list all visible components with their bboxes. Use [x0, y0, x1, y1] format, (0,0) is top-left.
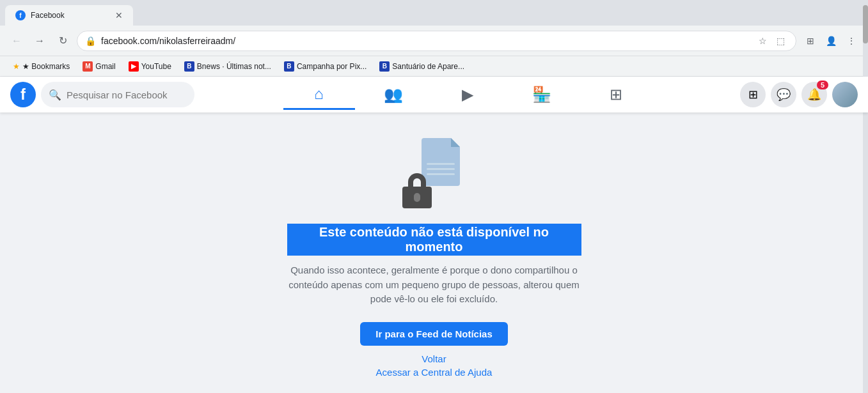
marketplace-icon: 🏪 — [532, 86, 551, 104]
santuario-label: Santuário de Apare... — [392, 62, 464, 71]
address-icons: ☆ ⬚ — [755, 33, 788, 49]
error-illustration — [402, 138, 466, 208]
gmail-label: Gmail — [95, 62, 115, 71]
home-icon: ⌂ — [314, 85, 324, 103]
user-avatar[interactable] — [832, 82, 858, 107]
nav-friends[interactable]: 👥 — [358, 79, 429, 110]
notifications-button[interactable]: 🔔 5 — [801, 82, 827, 107]
avatar-image — [832, 82, 858, 107]
extensions-button[interactable]: ⊞ — [801, 32, 819, 50]
feed-button[interactable]: Ir para o Feed de Notícias — [360, 322, 508, 346]
notification-count: 5 — [817, 81, 828, 89]
browser-chrome: f Facebook ✕ ← → ↻ 🔒 facebook.com/nikola… — [0, 0, 868, 77]
forward-button[interactable]: → — [31, 32, 49, 50]
facebook-header: f 🔍 ⌂ 👥 ▶ 🏪 ⊞ ⊞ 💬 🔔 5 — [0, 77, 868, 112]
nav-bar: ← → ↻ 🔒 facebook.com/nikolasferreiraadm/… — [0, 26, 868, 56]
nav-marketplace[interactable]: 🏪 — [506, 79, 578, 110]
facebook-logo[interactable]: f — [10, 82, 36, 107]
tab-favicon: f — [15, 10, 26, 20]
campanha-favicon: B — [284, 61, 294, 72]
bnews-favicon: B — [184, 61, 194, 72]
padlock-keyhole — [414, 193, 420, 202]
search-bar[interactable]: 🔍 — [41, 82, 194, 107]
bookmark-campanha[interactable]: B Campanha por Pix... — [279, 60, 372, 73]
doc-line-2 — [427, 168, 455, 170]
padlock-body — [402, 187, 432, 208]
search-input[interactable] — [67, 89, 169, 100]
browser-actions: ⊞ 👤 ⋮ — [801, 32, 860, 50]
search-icon: 🔍 — [49, 89, 61, 101]
profile-button[interactable]: 👤 — [822, 32, 840, 50]
apps-button[interactable]: ⊞ — [740, 82, 766, 107]
bookmarks-label[interactable]: ★ ★ Bookmarks — [8, 61, 75, 72]
active-tab[interactable]: f Facebook ✕ — [5, 5, 133, 26]
lock-icon: 🔒 — [85, 36, 96, 46]
bookmark-youtube[interactable]: ▶ YouTube — [123, 60, 177, 73]
reload-button[interactable]: ↻ — [54, 32, 72, 50]
youtube-label: YouTube — [141, 62, 171, 71]
back-button[interactable]: ← — [8, 32, 26, 50]
bnews-label: Bnews · Últimas not... — [197, 62, 271, 71]
friends-icon: 👥 — [384, 86, 403, 104]
nav-groups[interactable]: ⊞ — [580, 79, 652, 110]
scrollbar[interactable] — [863, 0, 868, 393]
gmail-favicon: M — [83, 61, 93, 72]
santuario-favicon: B — [379, 61, 390, 72]
doc-line-1 — [427, 163, 455, 165]
cast-icon[interactable]: ⬚ — [773, 33, 788, 49]
messenger-button[interactable]: 💬 — [771, 82, 796, 107]
bookmarks-star-icon: ★ — [13, 62, 20, 71]
scrollbar-thumb[interactable] — [863, 5, 868, 43]
menu-button[interactable]: ⋮ — [842, 32, 860, 50]
youtube-favicon: ▶ — [129, 61, 139, 72]
bookmark-santuario[interactable]: B Santuário de Apare... — [374, 60, 470, 73]
back-link[interactable]: Voltar — [422, 353, 446, 364]
bookmarks-bar: ★ ★ Bookmarks M Gmail ▶ YouTube B Bnews … — [0, 56, 868, 77]
tab-close-button[interactable]: ✕ — [115, 10, 123, 20]
padlock-icon — [402, 173, 438, 208]
nav-home[interactable]: ⌂ — [283, 79, 355, 110]
address-text: facebook.com/nikolasferreiraadm/ — [101, 36, 750, 46]
address-bar[interactable]: 🔒 facebook.com/nikolasferreiraadm/ ☆ ⬚ — [77, 31, 796, 51]
tab-title: Facebook — [31, 11, 110, 20]
bookmark-gmail[interactable]: M Gmail — [77, 60, 120, 73]
bookmarks-text: ★ Bookmarks — [22, 62, 70, 71]
padlock-shackle — [408, 173, 426, 187]
main-content: Este conteúdo não está disponível no mom… — [0, 112, 868, 393]
document-fold-inner — [451, 138, 460, 147]
facebook-nav: ⌂ 👥 ▶ 🏪 ⊞ — [200, 79, 735, 110]
help-link[interactable]: Acessar a Central de Ajuda — [376, 367, 493, 378]
error-title: Este conteúdo não está disponível no mom… — [287, 224, 581, 256]
campanha-label: Campanha por Pix... — [297, 62, 367, 71]
video-icon: ▶ — [462, 86, 473, 104]
bookmark-bnews[interactable]: B Bnews · Últimas not... — [179, 60, 276, 73]
bookmark-star-icon[interactable]: ☆ — [755, 33, 770, 49]
header-right: ⊞ 💬 🔔 5 — [740, 82, 858, 107]
tab-bar: f Facebook ✕ — [0, 0, 868, 26]
error-container: Este conteúdo não está disponível no mom… — [274, 112, 594, 393]
groups-icon: ⊞ — [610, 86, 622, 104]
error-description: Quando isso acontece, geralmente é porqu… — [287, 263, 581, 307]
nav-video[interactable]: ▶ — [432, 79, 503, 110]
